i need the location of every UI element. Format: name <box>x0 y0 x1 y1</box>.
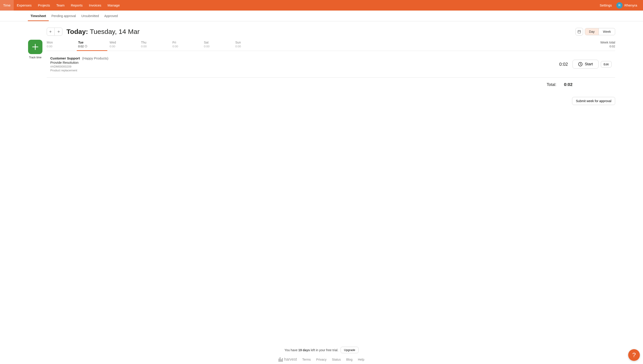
content-wrapper: Track time Today: Tuesday, 14 Mar Day <box>0 21 643 105</box>
week-total: Week total 0:02 <box>600 40 615 51</box>
day-tab-thu[interactable]: Thu 0:00 <box>141 40 172 51</box>
day-name: Wed <box>110 40 141 44</box>
view-day-button[interactable]: Day <box>585 28 599 35</box>
day-name: Sat <box>204 40 235 44</box>
view-week-button[interactable]: Week <box>599 28 615 35</box>
view-toggle: Day Week <box>585 28 615 35</box>
nav-manage[interactable]: Manage <box>104 0 123 10</box>
day-time: 0:00 <box>141 45 172 48</box>
arrow-right-icon <box>57 30 60 33</box>
calendar-button[interactable] <box>575 28 583 36</box>
nav-user-menu[interactable]: R Rhenyra <box>614 0 639 10</box>
time-entry-info: Customer Support (Happy Products) Provid… <box>50 56 559 72</box>
start-timer-button[interactable]: Start <box>572 60 598 69</box>
prev-day-button[interactable] <box>47 28 55 36</box>
day-name: Mon <box>47 40 78 44</box>
week-total-label: Week total <box>600 40 615 44</box>
avatar: R <box>616 2 622 8</box>
page-title: Today: Tuesday, 14 Mar <box>67 28 140 36</box>
subnav-unsubmitted[interactable]: Unsubmitted <box>79 10 102 21</box>
day-name: Thu <box>141 40 172 44</box>
entry-reference: #ADM00000209 <box>50 65 559 68</box>
clock-icon <box>85 45 87 48</box>
track-time-label: Track time <box>29 56 42 59</box>
edit-entry-button[interactable]: Edit <box>601 61 611 68</box>
clock-icon <box>578 62 583 66</box>
day-time: 0:00 <box>172 45 204 48</box>
next-day-button[interactable] <box>55 28 62 36</box>
sub-nav-bar: Timesheet Pending approval Unsubmitted A… <box>0 10 643 21</box>
day-name: Sun <box>235 40 267 44</box>
day-tab-tue[interactable]: Tue 0:02 <box>78 40 110 51</box>
day-time: 0:00 <box>204 45 235 48</box>
user-name-label: Rhenyra <box>624 3 637 7</box>
day-time: 0:02 <box>78 45 84 48</box>
entry-project: Customer Support <box>50 56 80 60</box>
svg-rect-4 <box>578 30 580 33</box>
entry-client: (Happy Products) <box>82 56 109 60</box>
top-nav-left: Time Expenses Projects Team Reports Invo… <box>0 0 123 10</box>
add-time-button[interactable] <box>28 40 43 54</box>
nav-projects[interactable]: Projects <box>35 0 53 10</box>
calendar-icon <box>577 30 581 34</box>
subnav-pending-approval[interactable]: Pending approval <box>49 10 79 21</box>
nav-expenses[interactable]: Expenses <box>14 0 35 10</box>
top-nav-bar: Time Expenses Projects Team Reports Invo… <box>0 0 643 10</box>
day-tab-sat[interactable]: Sat 0:00 <box>204 40 235 51</box>
total-label: Total: <box>547 82 556 87</box>
day-tab-sun[interactable]: Sun 0:00 <box>235 40 267 51</box>
entry-note: Product replacement <box>50 69 559 72</box>
top-nav-right: Settings R Rhenyra <box>597 0 639 10</box>
day-time: 0:00 <box>235 45 267 48</box>
entry-duration: 0:02 <box>559 62 568 67</box>
nav-time[interactable]: Time <box>0 0 14 10</box>
week-total-time: 0:02 <box>600 45 615 48</box>
page-title-date: Tuesday, 14 Mar <box>88 28 140 35</box>
day-name: Fri <box>172 40 204 44</box>
nav-invoices[interactable]: Invoices <box>86 0 104 10</box>
day-tab-wed[interactable]: Wed 0:00 <box>110 40 141 51</box>
nav-team[interactable]: Team <box>53 0 68 10</box>
total-value: 0:02 <box>564 82 572 87</box>
start-button-label: Start <box>585 62 593 66</box>
entry-task: Provide Resolution <box>50 60 559 64</box>
plus-icon <box>31 43 39 51</box>
subnav-approved[interactable]: Approved <box>102 10 121 21</box>
side-column: Track time <box>28 28 43 105</box>
nav-reports[interactable]: Reports <box>68 0 86 10</box>
day-name: Tue <box>78 40 110 44</box>
day-time: 0:00 <box>47 45 78 48</box>
days-row: Mon 0:00 Tue 0:02 Wed 0:00 Thu 0:00 Fri … <box>47 40 615 51</box>
time-entry-row: Customer Support (Happy Products) Provid… <box>47 51 615 78</box>
arrow-left-icon <box>49 30 52 33</box>
page-title-prefix: Today: <box>67 28 88 35</box>
submit-week-button[interactable]: Submit week for approval <box>572 97 615 105</box>
total-row: Total: 0:02 <box>47 78 615 92</box>
main-column: Today: Tuesday, 14 Mar Day Week Mon 0:00… <box>47 28 615 105</box>
heading-row: Today: Tuesday, 14 Mar Day Week <box>47 28 615 36</box>
date-nav-arrows <box>47 28 63 36</box>
nav-settings[interactable]: Settings <box>597 0 614 10</box>
day-tab-mon[interactable]: Mon 0:00 <box>47 40 78 51</box>
day-tab-fri[interactable]: Fri 0:00 <box>172 40 204 51</box>
day-time: 0:00 <box>110 45 141 48</box>
submit-row: Submit week for approval <box>47 97 615 105</box>
subnav-timesheet[interactable]: Timesheet <box>28 10 49 21</box>
